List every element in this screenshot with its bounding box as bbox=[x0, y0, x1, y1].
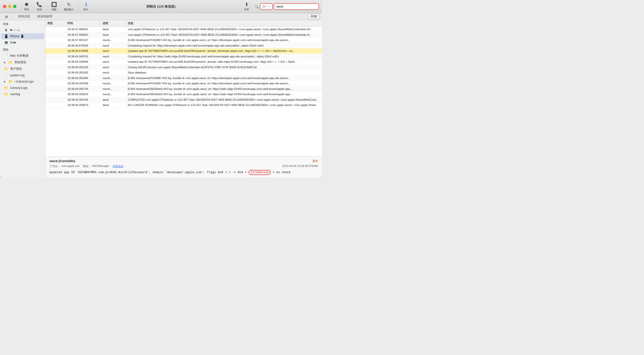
sidebar-item-library-logs-root[interactable]: 📁 /Library/Logs bbox=[1, 85, 44, 91]
detail-pane: swcd (CoreUtils) 易失 子系统： com.apple.swc 类… bbox=[45, 156, 322, 177]
table-row[interactable]: 18:38:49.356819 nsurls... [C464 Hostname… bbox=[45, 92, 322, 97]
errors-tab[interactable]: 错误和故障 bbox=[35, 14, 55, 19]
sidebar-item-device-1[interactable]: 🖥 ■·——j bbox=[1, 27, 44, 33]
table-row[interactable]: 18:38:49.349898 swcd Updated app ID '6GT… bbox=[45, 59, 322, 65]
detail-info-link[interactable]: 详细信息 bbox=[112, 164, 124, 168]
cell-process: swcd bbox=[101, 48, 126, 54]
cell-message: [C465 Hostname#f7432887:443 tcp, bundle … bbox=[126, 76, 322, 81]
traffic-lights bbox=[3, 5, 16, 8]
cell-type bbox=[45, 38, 65, 43]
cell-process: swcd bbox=[101, 70, 126, 75]
log-rows: 18:38:47.989924 dasd com.apple.CFNetwork… bbox=[45, 27, 322, 156]
sidebar-item-iphone[interactable]: 📱 iPhone 📱 bbox=[1, 33, 44, 39]
minimize-button[interactable] bbox=[8, 5, 11, 8]
cell-message: [C465 Hostname#f7432887:443 tcp, bundle … bbox=[126, 38, 322, 43]
cell-type bbox=[45, 97, 65, 102]
sidebar-item-user-reports[interactable]: 📁 用户报告 bbox=[1, 66, 44, 72]
cell-process: swcd bbox=[101, 54, 126, 59]
all-info-tab[interactable]: 所有信息 bbox=[16, 14, 33, 19]
cell-message: 'com.apple.CFNetwork-cc-123-457-Task <B2… bbox=[126, 32, 322, 38]
sidebar-item-device-3[interactable]: 💻 Nc■ bbox=[1, 40, 44, 46]
cell-process: swcd bbox=[101, 43, 126, 48]
table-row[interactable]: 18:38:49.359873 dasd NO LONGER RUNNING c… bbox=[45, 102, 322, 108]
table-row[interactable]: 18:38:49.352568 nsurls... [C465 Hostname… bbox=[45, 81, 322, 86]
cell-time: 18:38:49.349701 bbox=[65, 54, 101, 59]
detail-subsystem: 子系统： com.apple.swc 类别： SWCManager 详细信息 bbox=[49, 164, 124, 168]
cell-message: [C464 Hostname#36636eb5:443 tcp, bundle … bbox=[126, 92, 322, 97]
cell-process: swcd bbox=[101, 65, 126, 70]
triangle-icon-1: ▶ bbox=[4, 61, 6, 64]
cell-type bbox=[45, 76, 65, 81]
detail-header: swcd (CoreUtils) 易失 bbox=[49, 159, 318, 163]
intro-icon: ℹ bbox=[85, 2, 87, 7]
sidebar-item-system-reports[interactable]: ▶ 📁 系统报告 bbox=[1, 59, 44, 65]
table-row[interactable]: 18:38:47.990062 dasd 'com.apple.CFNetwor… bbox=[45, 32, 322, 38]
intro-button[interactable]: ℹ 简介 bbox=[80, 1, 92, 12]
cell-type bbox=[45, 70, 65, 75]
share-button[interactable]: ⬆ 共享 bbox=[240, 1, 253, 12]
detail-timestamp: 2019-03-04 18:38:48.676698 bbox=[282, 164, 318, 168]
cell-time: 18:38:49.352568 bbox=[65, 81, 101, 86]
segbar-right: 存储 bbox=[308, 14, 319, 19]
cell-process: swcd bbox=[101, 59, 126, 64]
cell-type bbox=[45, 92, 65, 97]
col-header-message: 信息 bbox=[126, 21, 322, 26]
doc-icon-2: 📄 bbox=[4, 73, 8, 77]
table-row[interactable]: 18:38:49.350185 swcd Save database bbox=[45, 70, 322, 76]
sidebar-section-reports: 报告 bbox=[0, 46, 45, 52]
device-icon-3: 💻 bbox=[4, 41, 8, 45]
log-table-header: 类型 时间 进程 信息 bbox=[45, 20, 322, 27]
cell-message: Save database bbox=[126, 70, 322, 75]
sidebar-item-var-log[interactable]: 📁 /var/log bbox=[1, 91, 44, 97]
sidebar: 设备 🖥 ■·——j 📱 iPhone 📱 💻 Nc■ 报告 📄 Mac 分析数… bbox=[0, 20, 45, 177]
table-row-highlighted[interactable]: 18:38:48.676698 swcd Updated app ID '6GT… bbox=[45, 48, 322, 54]
close-button[interactable] bbox=[3, 5, 6, 8]
detail-badge: 易失 bbox=[312, 159, 318, 163]
maximize-button[interactable] bbox=[13, 5, 16, 8]
cell-message: Completing request for 'https://safe-rid… bbox=[126, 54, 322, 59]
cell-process: nsurls... bbox=[101, 38, 126, 43]
sidebar-item-library-logs[interactable]: ▶ 📁 ~/Library/Logs bbox=[1, 79, 44, 85]
toolbar: ⏺ 现在 📞 活动 🔲 清除 ↻ 重新载入 ℹ 简介 bbox=[20, 1, 240, 12]
window-title: 控制台 (110 条信息) bbox=[146, 4, 176, 9]
activity-icon: 📞 bbox=[36, 2, 42, 7]
table-row[interactable]: 18:38:49.349701 swcd Completing request … bbox=[45, 54, 322, 59]
cell-type bbox=[45, 43, 65, 48]
cell-time: 18:38:48.676698 bbox=[65, 48, 101, 54]
cell-time: 18:38:49.350185 bbox=[65, 70, 101, 75]
detail-body: Updated app ID '6GTWBXFMR4.com.pro648.Au… bbox=[49, 170, 318, 175]
reload-button[interactable]: ↻ 重新载入 bbox=[60, 1, 77, 12]
table-row[interactable]: 18:38:47.992107 nsurls... [C465 Hostname… bbox=[45, 38, 322, 43]
table-row[interactable]: 18:38:49.350120 swcd Closing NSURLSessio… bbox=[45, 65, 322, 70]
search-input[interactable] bbox=[274, 3, 319, 10]
table-row[interactable]: 18:38:49.352484 nsurls... [C465 Hostname… bbox=[45, 76, 322, 81]
cell-process: dasd bbox=[101, 102, 126, 108]
titlebar: ⏺ 现在 📞 活动 🔲 清除 ↻ 重新载入 ℹ 简介 控制台 (1 bbox=[0, 0, 322, 13]
cell-time: 18:38:47.990062 bbox=[65, 32, 101, 38]
cell-time: 18:38:49.349898 bbox=[65, 59, 101, 64]
clear-button[interactable]: 🔲 清除 bbox=[48, 1, 60, 12]
detail-body-pre: Updated app ID '6GTWBXFMR4.com.pro648.Au… bbox=[49, 171, 249, 174]
segbar: ▤ 所有信息 错误和故障 存储 bbox=[0, 13, 322, 20]
cell-time: 18:38:47.992107 bbox=[65, 38, 101, 43]
table-row[interactable]: 18:38:47.989924 dasd com.apple.CFNetwork… bbox=[45, 27, 322, 32]
col-header-type: 类型 bbox=[45, 21, 65, 26]
sidebar-item-mac-analytics[interactable]: 📄 Mac 分析数据 bbox=[1, 53, 44, 59]
cell-type bbox=[45, 65, 65, 70]
table-row[interactable]: 18:38:49.356736 nsurls... [C464 Hostname… bbox=[45, 86, 322, 92]
segbar-left: ▤ 所有信息 错误和故障 bbox=[3, 14, 55, 19]
now-button[interactable]: ⏺ 现在 bbox=[20, 1, 33, 12]
doc-icon-1: 📄 bbox=[4, 54, 8, 58]
cell-time: 18:38:49.359873 bbox=[65, 102, 101, 108]
cell-type bbox=[45, 48, 65, 54]
table-row[interactable]: 18:38:49.359745 dasd COMPLETED com.apple… bbox=[45, 97, 322, 103]
search-filter-dropdown[interactable]: 任一 ▾ bbox=[260, 3, 273, 10]
table-row[interactable]: 18:38:48.676509 swcd Completing request … bbox=[45, 43, 322, 49]
cell-time: 18:38:49.350120 bbox=[65, 65, 101, 70]
share-icon: ⬆ bbox=[245, 2, 249, 7]
sidebar-toggle-button[interactable]: ▤ bbox=[3, 14, 10, 19]
cell-time: 18:38:49.359745 bbox=[65, 97, 101, 102]
save-button[interactable]: 存储 bbox=[308, 14, 319, 19]
sidebar-item-system-log[interactable]: 📄 system.log bbox=[1, 72, 44, 78]
activity-button[interactable]: 📞 活动 bbox=[33, 1, 46, 12]
